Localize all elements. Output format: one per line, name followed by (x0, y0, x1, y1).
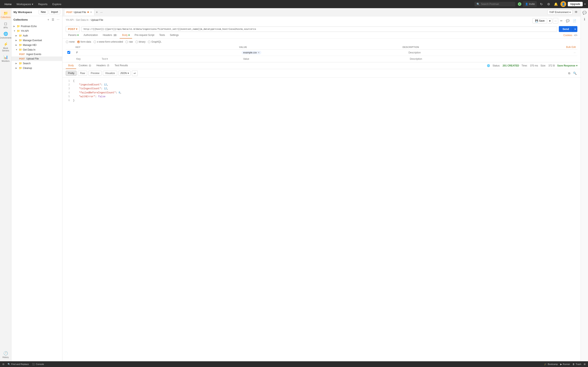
send-dropdown-button[interactable]: ▾ (573, 26, 577, 32)
tab-authorization[interactable]: Authorization (81, 32, 100, 39)
search-input[interactable] (481, 3, 513, 6)
option-none[interactable]: none (66, 40, 75, 43)
option-graphql[interactable]: GraphQL (148, 40, 161, 43)
resp-tab-cookies[interactable]: Cookies 1 (76, 62, 94, 69)
cookies-link[interactable]: Cookies (563, 34, 572, 37)
comment-sidebar-icon[interactable]: 💬 (582, 10, 587, 16)
copy-response-icon[interactable]: ⧉ (567, 71, 571, 76)
view-pretty-button[interactable]: Pretty (66, 71, 77, 76)
row-checkbox[interactable] (67, 51, 70, 54)
breadcrumb-yh-api[interactable]: YH API (66, 18, 74, 21)
console-button[interactable]: ⬛ Console (32, 363, 44, 366)
nav-reports[interactable]: Reports (36, 2, 50, 7)
bootcamp-button[interactable]: 🎓 Bootcamp (544, 363, 558, 366)
env-dropdown[interactable]: YHP Environment ▾ (547, 10, 572, 15)
view-visualize-button[interactable]: Visualize (103, 71, 117, 76)
nav-home[interactable]: Home (2, 2, 14, 7)
sidebar-item-environments[interactable]: 🌐 Environments (1, 30, 11, 40)
folder-cleanup[interactable]: ▶ 📁 Cleanup (11, 66, 62, 70)
code-icon[interactable]: </> (574, 34, 577, 37)
upgrade-button[interactable]: Upgrade (568, 2, 583, 6)
option-binary[interactable]: binary (135, 40, 146, 43)
sidebar-item-monitors[interactable]: 📊 Monitors (1, 54, 11, 63)
sort-icon[interactable]: ☰ (51, 17, 55, 22)
format-selector[interactable]: JSON ▾ (118, 71, 131, 76)
more-tabs-icon[interactable]: ··· (99, 10, 104, 15)
save-response-button[interactable]: Save Response ▾ (557, 64, 577, 67)
close-tab-icon[interactable]: ✕ (90, 11, 92, 14)
more-options-icon[interactable]: ··· (553, 18, 558, 24)
url-input[interactable] (81, 26, 557, 32)
option-urlencoded[interactable]: x-www-form-urlencoded (94, 40, 123, 43)
find-replace-button[interactable]: 🔍 Find and Replace (8, 363, 29, 366)
folder-auth[interactable]: ▶ 📁 Auth (11, 33, 62, 38)
sidebar-item-mock-servers[interactable]: ⚡ Mock Servers (1, 41, 11, 53)
row-more-icon[interactable]: ··· (574, 51, 576, 54)
method-selector[interactable]: POST ▾ (66, 26, 80, 32)
docs-icon[interactable]: 📄 (571, 18, 577, 24)
avatar-icon[interactable]: 👤 (561, 1, 566, 7)
import-button[interactable]: Import (49, 10, 60, 14)
notification-icon[interactable]: 🔔 (553, 1, 559, 7)
folder-search[interactable]: ▶ 📁 Search (11, 61, 62, 66)
wrap-button[interactable]: ⇌ (132, 70, 138, 76)
tab-headers[interactable]: Headers 10 (100, 32, 120, 39)
runner-button[interactable]: ▶ Runner (560, 363, 570, 366)
collection-yh-api[interactable]: ▼ 📁 YH API (11, 29, 62, 33)
comment-icon[interactable]: 💬 (565, 18, 571, 24)
tab-settings[interactable]: Settings (167, 32, 181, 39)
view-raw-button[interactable]: Raw (78, 71, 87, 76)
tab-params[interactable]: Params (66, 32, 81, 39)
add-collection-icon[interactable]: + (47, 17, 50, 22)
collection-postman-echo[interactable]: ▶ 📁 Postman Echo (11, 24, 62, 29)
invite-button[interactable]: 👤 Invite (523, 1, 537, 7)
folder-get-data-in[interactable]: ▼ 📁 Get Data In (11, 47, 62, 52)
add-tab-icon[interactable]: + (95, 9, 99, 15)
info-icon[interactable]: ℹ (582, 16, 587, 22)
folder-manage-eventset[interactable]: ▶ 📁 Manage Eventset (11, 38, 62, 43)
text-type-selector[interactable]: Text ▾ (101, 57, 109, 61)
empty-key-input[interactable] (76, 57, 100, 61)
resp-tab-body[interactable]: Body (66, 62, 76, 69)
breadcrumb-get-data-in[interactable]: Get Data In (76, 18, 88, 21)
tab-tests[interactable]: Tests (157, 32, 167, 39)
request-ingest-events[interactable]: POST Ingest Events (11, 52, 62, 57)
option-form-data[interactable]: form-data (77, 40, 91, 43)
empty-desc-input[interactable] (409, 57, 576, 61)
empty-value-input[interactable] (242, 57, 409, 61)
tab-pre-request[interactable]: Pre-request Script (132, 32, 157, 39)
sidebar-item-collections[interactable]: 📁 Collections (1, 10, 11, 20)
view-preview-button[interactable]: Preview (88, 71, 102, 76)
resp-tab-test-results[interactable]: Test Results (112, 62, 130, 69)
bulk-edit-btn[interactable]: Bulk Edit (566, 46, 576, 49)
tab-body[interactable]: Body (120, 32, 132, 39)
sidebar-item-apis[interactable]: ◻ APIs (1, 20, 11, 30)
option-raw[interactable]: raw (125, 40, 133, 43)
key-input[interactable] (76, 50, 242, 55)
trash-button[interactable]: 🗑 Trash (572, 363, 581, 365)
new-button[interactable]: New (39, 10, 48, 14)
send-button[interactable]: Send (559, 26, 573, 32)
remove-value-icon[interactable]: ✕ (258, 51, 260, 54)
sync-icon[interactable]: ↻ (538, 1, 544, 7)
save-button[interactable]: 💾 Save (532, 18, 547, 24)
layout-icon[interactable]: ⊞ (584, 363, 586, 366)
description-input[interactable] (408, 50, 574, 55)
sidebar-item-history[interactable]: 🕐 History (1, 350, 11, 360)
folder-manage-hei[interactable]: ▶ 📁 Manage HEI (11, 43, 62, 47)
resp-tab-headers[interactable]: Headers 7 (94, 62, 112, 69)
edit-icon[interactable]: ✏ (559, 18, 564, 24)
activity-icon[interactable] (518, 2, 521, 6)
chevron-down-icon-upgrade[interactable]: ▾ (584, 3, 586, 6)
nav-workspaces[interactable]: Workspaces ▾ (15, 2, 35, 7)
global-search[interactable]: 🔍 (475, 2, 515, 7)
request-upload-file[interactable]: POST Upload File (11, 57, 62, 61)
collections-more-icon[interactable]: ··· (56, 17, 60, 22)
search-response-icon[interactable]: 🔍 (572, 71, 577, 76)
settings-icon[interactable]: ⚙ (546, 1, 552, 7)
tab-upload-file[interactable]: POST Upload File ✕ (64, 9, 94, 16)
bottom-pane-toggle[interactable]: ⊟ (2, 363, 4, 366)
nav-explore[interactable]: Explore (51, 2, 63, 7)
env-settings-icon[interactable]: 👁 (573, 9, 579, 15)
save-dropdown-button[interactable]: ▾ (548, 18, 552, 24)
